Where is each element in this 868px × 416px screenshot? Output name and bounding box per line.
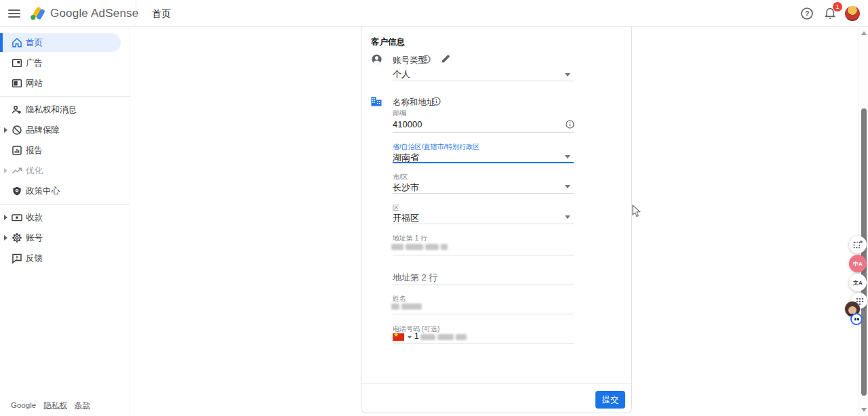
- chevron-down-icon: [408, 336, 412, 339]
- sidebar-item-feedback[interactable]: 反馈: [0, 248, 130, 268]
- user-avatar[interactable]: [845, 6, 860, 21]
- district-select[interactable]: 开福区: [393, 212, 419, 224]
- translate-extension-pink-button[interactable]: 中A: [849, 255, 867, 272]
- chevron-right-icon: [4, 168, 7, 173]
- scrollbar-up-arrow[interactable]: [861, 31, 867, 35]
- terms-link[interactable]: 条款: [75, 401, 90, 409]
- field-underline: [393, 81, 574, 81]
- sidebar-item-optimization[interactable]: 优化: [0, 161, 130, 181]
- field-underline: [393, 255, 574, 255]
- sidebar-item-ads[interactable]: 广告: [0, 53, 130, 73]
- district-label: 区: [393, 203, 399, 213]
- policy-center-icon: [11, 185, 23, 197]
- sidebar-item-brand-safety[interactable]: 品牌保障: [0, 120, 130, 140]
- adsense-logo-icon: [28, 5, 46, 22]
- top-app-bar: Google AdSense 首页 ? 1: [0, 0, 868, 27]
- chevron-down-icon: [565, 215, 570, 219]
- postal-label: 邮编: [393, 108, 406, 118]
- payments-icon: [11, 211, 23, 224]
- address-line1-input-redacted[interactable]: [391, 244, 448, 250]
- info-icon[interactable]: [422, 55, 431, 64]
- home-icon: [11, 37, 23, 49]
- notifications-button[interactable]: 1: [822, 5, 838, 22]
- card-footer-divider: [361, 383, 631, 383]
- info-icon[interactable]: [432, 97, 441, 106]
- help-icon: ?: [800, 7, 814, 20]
- name-label: 姓名: [393, 294, 406, 304]
- optimization-icon: [11, 165, 23, 177]
- chevron-right-icon: [4, 127, 7, 133]
- sidebar-item-payments[interactable]: 收款: [0, 207, 130, 228]
- sidebar-divider: [0, 96, 130, 97]
- robot-assistant-button[interactable]: [850, 313, 863, 325]
- submit-button[interactable]: 提交: [595, 391, 625, 409]
- building-icon: [370, 94, 383, 108]
- postal-input[interactable]: 410000: [393, 119, 422, 129]
- sidebar-item-policy-center[interactable]: 政策中心: [0, 181, 130, 201]
- screenshot-extension-button[interactable]: [849, 236, 867, 253]
- sidebar-divider: [0, 204, 130, 205]
- google-footer-text: Google: [11, 401, 36, 409]
- help-button[interactable]: ?: [799, 5, 815, 22]
- hamburger-menu-icon[interactable]: [8, 7, 20, 20]
- china-flag-icon[interactable]: ★: [393, 333, 404, 341]
- card-section-title: 客户信息: [371, 37, 405, 48]
- notification-badge: 1: [833, 2, 842, 12]
- ads-icon: [11, 57, 23, 69]
- sidebar-item-account[interactable]: 账号: [0, 228, 130, 248]
- field-underline: [393, 224, 574, 224]
- sidebar-item-sites[interactable]: 网站: [0, 73, 130, 93]
- name-address-label: 名称和地址: [393, 97, 435, 108]
- sidebar-item-reports[interactable]: 报告: [0, 140, 130, 161]
- phone-prefix[interactable]: 1: [414, 331, 419, 341]
- chevron-down-icon: [565, 155, 570, 159]
- privacy-link[interactable]: 隐私权: [43, 401, 67, 409]
- field-underline: [393, 314, 574, 314]
- scrollbar-down-arrow[interactable]: [861, 408, 867, 412]
- adsense-page: Google AdSense 首页 ? 1: [0, 0, 868, 416]
- sites-icon: [11, 77, 23, 89]
- field-underline-focused: [393, 162, 574, 163]
- field-underline: [393, 344, 574, 344]
- phone-input-redacted[interactable]: [420, 334, 467, 340]
- field-underline: [393, 132, 574, 133]
- brand-text: Google AdSense: [50, 7, 138, 20]
- sidebar-item-privacy-messaging[interactable]: 隐私权和消息: [0, 100, 130, 120]
- chevron-right-icon: [4, 215, 7, 220]
- privacy-messaging-icon: [11, 104, 23, 116]
- chevron-right-icon: [4, 235, 7, 241]
- field-underline: [393, 193, 574, 194]
- feedback-icon: [11, 252, 23, 264]
- name-input-redacted[interactable]: [391, 304, 422, 310]
- field-underline: [393, 285, 574, 285]
- translate-extension-white-button[interactable]: 文A: [849, 274, 867, 291]
- translate-glyph: 中A: [853, 260, 863, 268]
- page-title: 首页: [152, 8, 171, 20]
- page-scrollbar[interactable]: [859, 27, 868, 416]
- svg-text:?: ?: [805, 9, 810, 18]
- settings-gear-icon: [11, 232, 23, 244]
- customer-info-card: 客户信息 账号类型 个人: [361, 27, 632, 413]
- city-select[interactable]: 长沙市: [393, 182, 419, 194]
- sidebar-footer: Google 隐私权 条款: [11, 400, 90, 411]
- province-label: 省/自治区/直辖市/特别行政区: [393, 142, 479, 152]
- translate-glyph: 文A: [853, 279, 863, 287]
- city-label: 市/区: [393, 173, 408, 182]
- capture-icon: [852, 239, 863, 250]
- sidebar-nav: 首页 广告 网站: [0, 27, 130, 416]
- info-icon[interactable]: [566, 120, 574, 129]
- edit-pencil-icon[interactable]: [441, 54, 451, 64]
- selected-indicator: [0, 33, 3, 52]
- address-line2-input[interactable]: 地址第 2 行: [393, 272, 437, 284]
- sidebar-item-home[interactable]: 首页: [0, 33, 130, 53]
- address-line1-label: 地址第 1 行: [393, 234, 427, 243]
- brand-safety-icon: [11, 124, 23, 136]
- reports-icon: [11, 144, 23, 157]
- account-type-select[interactable]: 个人: [393, 68, 410, 81]
- chevron-down-icon: [565, 185, 570, 188]
- chevron-down-icon: [565, 73, 570, 77]
- account-circle-icon: [370, 53, 383, 66]
- header-divider: [136, 0, 136, 27]
- mouse-cursor: [632, 205, 641, 217]
